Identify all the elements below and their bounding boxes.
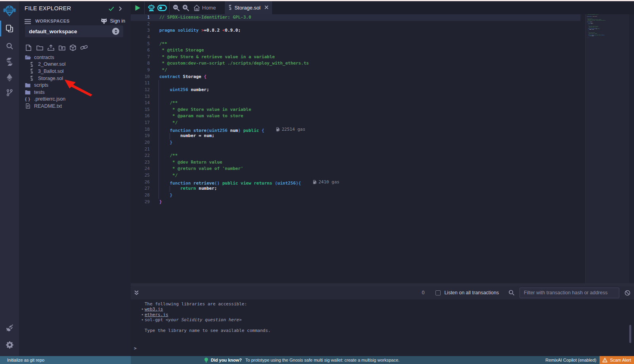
transaction-count-badge: 0 — [422, 290, 424, 295]
copilot-status-label: RemixAI Copilot (enabled) — [546, 356, 596, 364]
code-content: // SPDX-License-Identifier: GPL-3.0pragm… — [159, 14, 340, 205]
new-folder-button[interactable] — [36, 44, 43, 51]
terminal-collapse-icon[interactable] — [134, 290, 139, 295]
editor-minimap[interactable]: // SPDX-License-Identifier: GPL-3.0pragm… — [585, 14, 629, 283]
code-line — [159, 93, 340, 100]
terminal-link[interactable]: ethers.js — [145, 312, 168, 317]
tree-item-label: 2_Owner.sol — [38, 61, 65, 67]
solidity-icon — [29, 76, 35, 81]
remix-ide-app: FILE EXPLORER WORKSPACES Sign in default… — [0, 1, 634, 356]
tree-item-scripts[interactable]: scripts — [19, 82, 131, 89]
code-line: */ — [159, 120, 340, 126]
tree-item-storage-sol[interactable]: Storage.sol — [19, 75, 131, 82]
code-line: */ — [159, 172, 340, 179]
line-number: 11 — [131, 80, 150, 87]
remix-logo-icon[interactable] — [3, 4, 16, 17]
link-button[interactable] — [80, 44, 88, 51]
terminal-line: •web3.js — [134, 307, 271, 312]
terminal-scrollbar[interactable] — [629, 325, 631, 343]
sidebar-item-plugin-manager[interactable] — [0, 320, 19, 336]
terminal-resize-handle[interactable] — [131, 283, 634, 286]
gas-estimate-hint: 2410 gas — [313, 179, 340, 186]
workspaces-row: WORKSPACES Sign in — [25, 18, 125, 25]
warning-triangle-icon — [602, 358, 607, 362]
code-editor[interactable]: 1234567891011121314151617181920212223242… — [131, 14, 634, 283]
transaction-filter-input[interactable] — [519, 288, 619, 298]
import-cube-button[interactable] — [69, 44, 76, 51]
code-line: * @return value of 'number' — [159, 166, 340, 172]
line-number: 29 — [131, 199, 150, 206]
line-number: 19 — [131, 133, 150, 139]
home-icon — [193, 5, 200, 11]
terminal-prompt: > — [134, 346, 137, 351]
code-line: /** — [159, 41, 340, 48]
solidity-icon — [29, 62, 35, 67]
sidebar-item-deploy-run[interactable] — [0, 70, 19, 86]
listen-transactions-checkbox[interactable] — [435, 290, 441, 295]
run-script-button[interactable] — [131, 5, 144, 11]
sidebar-item-settings[interactable] — [0, 337, 19, 353]
close-tab-icon[interactable] — [264, 5, 269, 11]
code-line: * @dev Store value in variable — [159, 107, 340, 113]
git-status-segment[interactable]: Initialize as git repo — [0, 356, 131, 364]
listen-transactions-label: Listen on all transactions — [444, 290, 499, 295]
code-line: } — [587, 37, 605, 38]
zoom-in-button[interactable] — [181, 4, 190, 11]
code-line: function retrieve() public view returns … — [159, 179, 340, 186]
tree-item-tests[interactable]: tests — [19, 89, 131, 96]
code-line: * @param num value to store — [159, 113, 340, 120]
line-number: 21 — [131, 146, 150, 153]
terminal-line: •sol-gpt <your Solidity question here> — [134, 317, 271, 322]
tree-item-label: tests — [34, 90, 44, 95]
tree-item-3-ballot-sol[interactable]: 3_Ballot.sol — [19, 68, 131, 75]
line-number: 17 — [131, 120, 150, 126]
code-line — [159, 146, 340, 153]
terminal-header: 0 Listen on all transactions — [131, 286, 634, 299]
remix-ai-robot-icon[interactable] — [146, 4, 157, 11]
sidebar-item-file-explorer[interactable] — [0, 21, 19, 36]
file-icon — [25, 103, 31, 109]
line-number: 22 — [131, 152, 150, 159]
sidebar-item-git[interactable] — [0, 85, 19, 101]
check-icon[interactable] — [108, 6, 115, 13]
code-line: uint256 number; — [159, 87, 340, 93]
line-number: 13 — [131, 93, 150, 100]
workspaces-menu-icon[interactable] — [25, 19, 31, 26]
tree-item--prettierrc-json[interactable]: { }.prettierrc.json — [19, 96, 131, 103]
sign-in-button[interactable]: Sign in — [101, 18, 125, 24]
upload-file-button[interactable] — [47, 44, 54, 51]
clear-console-icon[interactable] — [624, 290, 630, 296]
terminal-link[interactable]: web3.js — [145, 307, 163, 312]
tree-item-contracts[interactable]: contracts — [19, 54, 131, 61]
editor-tabbar: Home Storage.sol — [131, 1, 634, 14]
workspace-selected-value: default_workspace — [29, 29, 77, 34]
tab-home[interactable]: Home — [190, 1, 221, 14]
code-line: /** — [159, 100, 340, 107]
line-number: 5 — [131, 41, 150, 48]
copilot-toggle[interactable] — [157, 5, 168, 11]
new-file-button[interactable] — [25, 44, 32, 51]
folder-icon — [25, 90, 31, 95]
workspace-select[interactable]: default_workspace — [25, 25, 123, 37]
git-init-label: Initialize as git repo — [7, 358, 44, 362]
panel-title: FILE EXPLORER — [25, 5, 71, 11]
tree-item-label: README.txt — [34, 103, 62, 109]
scam-alert-button[interactable]: Scam Alert — [600, 356, 634, 364]
line-number: 1 — [131, 14, 150, 21]
tip-bold-label: Did you know? — [211, 358, 242, 362]
sidebar-item-solidity-compiler[interactable] — [0, 54, 19, 70]
tree-item-readme-txt[interactable]: README.txt — [19, 103, 131, 110]
sidebar-item-search[interactable] — [0, 38, 19, 54]
status-bar: Initialize as git repo Did you know? To … — [0, 356, 634, 364]
scam-alert-label: Scam Alert — [610, 358, 631, 362]
pin-panel-chevron-icon[interactable] — [118, 6, 122, 13]
terminal-output[interactable]: The following libraries are accessible:•… — [131, 299, 634, 356]
terminal-line: •ethers.js — [134, 312, 271, 317]
code-line: } — [159, 139, 340, 146]
upload-folder-button[interactable] — [58, 44, 65, 51]
toolbar-separator — [169, 1, 170, 14]
editor-gutter: 1234567891011121314151617181920212223242… — [131, 14, 150, 205]
zoom-out-button[interactable] — [171, 4, 181, 11]
tree-item-2-owner-sol[interactable]: 2_Owner.sol — [19, 61, 131, 68]
tab-storage-sol[interactable]: Storage.sol — [224, 1, 273, 14]
